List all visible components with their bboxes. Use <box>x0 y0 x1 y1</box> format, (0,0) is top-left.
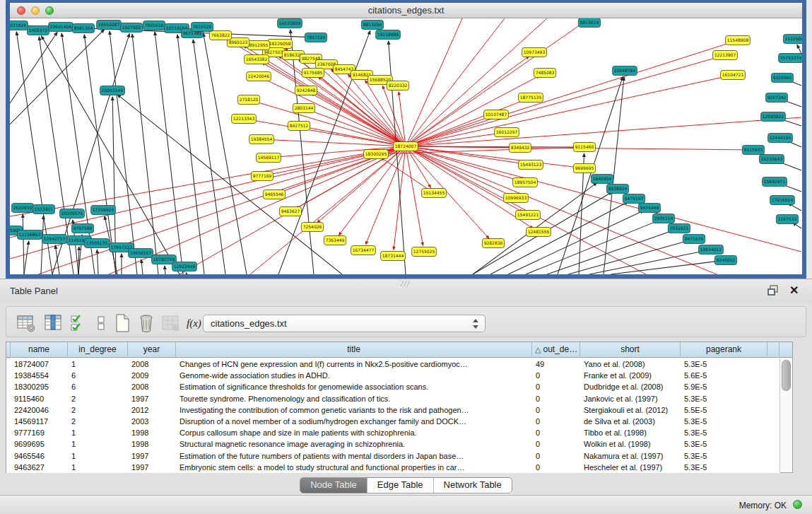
graph-node[interactable]: 2935114 <box>652 214 674 223</box>
graph-node[interactable]: 11156863 <box>18 230 42 240</box>
graph-node[interactable]: 9797588 <box>71 224 93 233</box>
graph-node[interactable]: 8813014 <box>578 18 600 28</box>
column-header-pagerank[interactable]: pagerank <box>681 342 767 358</box>
close-panel-icon[interactable]: ✕ <box>789 284 802 297</box>
graph-node[interactable]: 23021826 <box>10 21 28 30</box>
graph-node[interactable]: 15491221 <box>516 211 541 220</box>
graph-node[interactable]: 14569117 <box>257 153 281 163</box>
column-header-in_degree[interactable]: in_degree <box>68 342 128 358</box>
graph-node[interactable]: 12942757 <box>42 235 67 244</box>
graph-node[interactable]: 2718120 <box>237 95 259 105</box>
graph-node[interactable]: 16848784 <box>613 66 637 76</box>
network-window[interactable]: citations_edges.txt 18724007183002951822… <box>6 0 806 279</box>
graph-node[interactable]: 20206576 <box>60 209 85 218</box>
graph-node[interactable]: 18731444 <box>381 252 406 261</box>
delete-rows-trash-icon[interactable] <box>136 313 156 333</box>
graph-node[interactable]: 7615526 <box>191 23 213 32</box>
graph-node[interactable]: 8220332 <box>387 81 408 90</box>
graph-node[interactable]: 16104721 <box>721 71 746 80</box>
graph-node[interactable]: 10107487 <box>484 110 509 119</box>
table-settings-icon[interactable] <box>16 313 36 333</box>
select-all-check-icon[interactable] <box>69 313 88 333</box>
column-header-title[interactable]: title <box>176 342 532 358</box>
tab-edge-table[interactable]: Edge Table <box>367 478 434 493</box>
float-panel-icon[interactable] <box>767 284 779 297</box>
graph-node[interactable]: 1640954 <box>591 175 613 184</box>
tab-node-table[interactable]: Node Table <box>300 478 367 493</box>
graph-node[interactable]: 16012297 <box>495 128 519 137</box>
window-titlebar[interactable]: citations_edges.txt <box>10 3 802 18</box>
graph-node[interactable]: 2803144 <box>293 104 314 113</box>
graph-node[interactable]: 16033809 <box>278 19 302 28</box>
graph-node[interactable]: 7485083 <box>534 69 555 78</box>
column-header-out_de…[interactable]: △ out_de… <box>532 342 580 358</box>
table-row[interactable]: 946554611997Estimation of the future num… <box>6 450 780 462</box>
graph-node[interactable]: 9329960 <box>771 74 793 83</box>
graph-node[interactable]: 1167533 <box>776 215 798 224</box>
graph-node[interactable]: 18226058 <box>268 40 293 49</box>
graph-node[interactable]: 18775135 <box>519 93 543 103</box>
graph-node[interactable]: 12444194 <box>768 134 793 143</box>
graph-node[interactable]: 18957504 <box>513 178 538 187</box>
graph-node[interactable]: 18300295 <box>364 150 389 159</box>
graph-node[interactable]: 8813054 <box>361 21 383 30</box>
graph-node[interactable]: 8349432 <box>509 144 531 153</box>
graph-node[interactable]: 7254026 <box>301 223 323 232</box>
tab-network-table[interactable]: Network Table <box>434 478 512 493</box>
graph-node[interactable]: 7032621 <box>668 224 690 233</box>
graph-node[interactable]: 8938924 <box>606 185 628 194</box>
column-header-short[interactable]: short <box>580 342 681 358</box>
graph-node[interactable]: 7865616 <box>143 21 165 30</box>
graph-node[interactable]: 8427512 <box>288 122 310 131</box>
graph-node[interactable]: 9777169 <box>251 172 273 181</box>
graph-node[interactable]: 12755025 <box>412 247 437 257</box>
graph-node[interactable]: 8912955 <box>247 41 269 50</box>
graph-node[interactable]: 10553287 <box>97 21 122 30</box>
graph-node[interactable]: 9463627 <box>279 207 301 216</box>
graph-node[interactable]: 10996933 <box>504 194 529 203</box>
graph-node[interactable]: 7857224 <box>305 33 326 42</box>
table-row[interactable]: 1872400712008Changes of HCN gene express… <box>6 358 780 370</box>
select-column-icon[interactable] <box>43 313 63 333</box>
delete-table-icon[interactable] <box>160 313 180 333</box>
graph-node[interactable]: 9699695 <box>573 164 595 173</box>
scrollbar-thumb[interactable] <box>782 360 791 391</box>
graph-node[interactable]: 12923446 <box>172 262 197 271</box>
graph-node[interactable]: 12093822 <box>761 112 786 122</box>
graph-node[interactable]: 20691406 <box>49 23 73 32</box>
graph-node[interactable]: 6479197 <box>623 194 645 204</box>
graph-node[interactable]: 17359924 <box>91 206 116 215</box>
graph-node[interactable]: 16734477 <box>351 246 376 255</box>
graph-node[interactable]: 12213343 <box>232 115 257 124</box>
graph-node[interactable]: 13505135 <box>85 239 110 248</box>
graph-node[interactable]: 19384554 <box>249 135 274 144</box>
graph-node[interactable]: 7363449 <box>324 236 346 245</box>
table-selector-dropdown[interactable]: citations_edges.txt <box>203 315 486 332</box>
table-row[interactable]: 1456911722003Disruption of a novel membe… <box>6 416 780 427</box>
graph-node[interactable]: 9227342 <box>765 93 787 103</box>
graph-node[interactable]: 16543382 <box>245 55 269 64</box>
graph-node[interactable]: 9175685 <box>302 69 324 78</box>
column-header-year[interactable]: year <box>128 342 176 358</box>
graph-node[interactable]: 7663822 <box>209 31 231 40</box>
network-canvas[interactable]: 1872400718300295182260589827503891295589… <box>10 18 802 274</box>
graph-node[interactable]: 16210643 <box>760 155 784 164</box>
graph-node[interactable]: 1112604 <box>783 35 802 44</box>
table-row[interactable]: 1830029562008Estimation of significance … <box>6 381 780 392</box>
graph-node[interactable]: 1513921 <box>33 205 54 214</box>
graph-node[interactable]: 9282836 <box>482 239 504 248</box>
graph-node[interactable]: 18724007 <box>394 142 418 151</box>
new-file-icon[interactable] <box>112 313 132 333</box>
panel-resize-grip[interactable] <box>400 281 410 286</box>
graph-node[interactable]: 22420046 <box>247 72 271 81</box>
graph-node[interactable]: 15692971 <box>763 177 787 187</box>
table-row[interactable]: 1938455462009Genome-wide association stu… <box>6 370 780 381</box>
graph-node[interactable]: 9242848 <box>295 86 317 95</box>
graph-node[interactable]: 15751074 <box>779 54 802 63</box>
graph-node[interactable]: 9465546 <box>263 190 285 199</box>
graph-node[interactable]: 10958167 <box>129 249 153 258</box>
table-row[interactable]: 977716911998Corpus callosum shape and si… <box>6 427 780 438</box>
table-row[interactable]: 911546021997Tourette syndrome. Phenomeno… <box>6 393 780 404</box>
vertical-scrollbar[interactable] <box>779 358 792 472</box>
row-height-icon[interactable] <box>91 313 111 333</box>
